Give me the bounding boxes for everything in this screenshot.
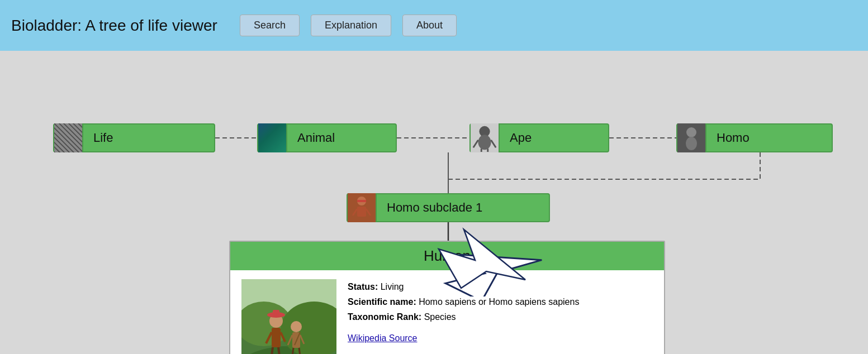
svg-rect-26 <box>272 328 281 347</box>
app-title: Bioladder: A tree of life viewer <box>11 17 217 35</box>
main-canvas: Life Animal Ape <box>0 51 868 354</box>
svg-line-9 <box>473 140 478 147</box>
homo-icon <box>677 123 706 152</box>
info-card-image <box>241 279 336 354</box>
svg-rect-32 <box>273 310 279 317</box>
rank-label: Taxonomic Rank: <box>348 312 421 322</box>
homo-sub-icon <box>348 193 377 222</box>
node-life-label: Life <box>83 131 123 145</box>
about-button[interactable]: About <box>402 15 457 36</box>
scientific-field: Scientific name: Homo sapiens or Homo sa… <box>348 294 653 309</box>
ape-icon <box>471 123 500 152</box>
node-ape-label: Ape <box>500 131 542 145</box>
svg-rect-19 <box>357 200 366 202</box>
explanation-button[interactable]: Explanation <box>311 15 391 36</box>
rank-field: Taxonomic Rank: Species <box>348 309 653 324</box>
node-homo[interactable]: Homo <box>676 123 833 152</box>
svg-point-33 <box>291 321 302 332</box>
svg-rect-16 <box>357 207 366 217</box>
node-animal[interactable]: Animal <box>257 123 397 152</box>
rank-value: Species <box>424 312 456 322</box>
node-ape[interactable]: Ape <box>469 123 609 152</box>
scientific-label: Scientific name: <box>348 297 416 307</box>
life-icon <box>54 123 83 152</box>
node-homo-label: Homo <box>706 131 760 145</box>
search-button[interactable]: Search <box>240 15 300 36</box>
svg-point-13 <box>686 127 696 137</box>
svg-point-14 <box>686 137 697 150</box>
status-label: Status: <box>348 282 378 291</box>
scientific-value: Homo sapiens or Homo sapiens sapiens <box>419 297 579 307</box>
animal-icon <box>258 123 287 152</box>
svg-point-8 <box>478 135 491 150</box>
node-life[interactable]: Life <box>53 123 215 152</box>
svg-line-18 <box>366 209 371 216</box>
node-animal-label: Animal <box>287 131 345 145</box>
app-header: Bioladder: A tree of life viewer Search … <box>0 0 868 51</box>
svg-line-10 <box>491 140 496 147</box>
wikipedia-link[interactable]: Wikipedia Source <box>348 331 653 346</box>
cursor-arrow <box>436 207 548 296</box>
status-value: Living <box>381 282 404 291</box>
svg-line-17 <box>353 209 357 216</box>
